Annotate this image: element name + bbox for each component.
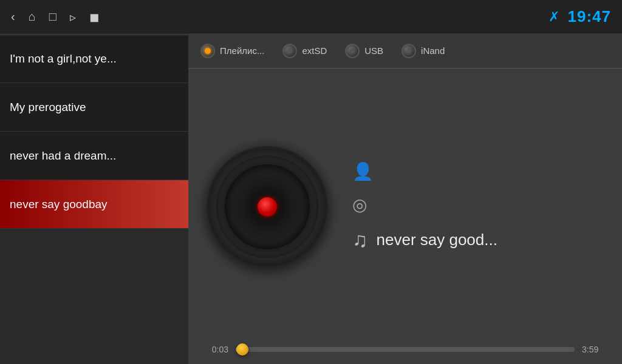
radio-btn-usb[interactable]: [345, 44, 360, 58]
album-icon: ◎: [352, 195, 367, 215]
source-tab-usb[interactable]: USB: [345, 44, 383, 58]
source-tabs: Плейлис... extSD USB iNand: [188, 33, 622, 69]
playlist-item[interactable]: My prerogative: [0, 83, 188, 132]
back-icon[interactable]: ‹: [11, 10, 15, 24]
playlist-item-active[interactable]: never say goodbay: [0, 180, 188, 229]
source-tab-playlist[interactable]: Плейлис...: [200, 44, 264, 58]
player-content: 👤 ◎ ♫ never say good...: [188, 69, 622, 345]
artist-row: 👤: [352, 161, 604, 181]
playlist-item[interactable]: I'm not a girl,not ye...: [0, 35, 188, 83]
time-current: 0:03: [207, 345, 228, 354]
source-label-playlist: Плейлис...: [220, 46, 264, 56]
playlist-panel: I'm not a girl,not ye... My prerogative …: [0, 33, 188, 364]
top-bar-left: ‹ ⌂ □ ▹ ◼: [11, 10, 100, 24]
radio-btn-playlist[interactable]: [200, 44, 215, 58]
source-label-usb: USB: [364, 46, 383, 56]
home-icon[interactable]: ⌂: [29, 10, 36, 24]
clock: 19:47: [568, 7, 612, 26]
radio-btn-extsd[interactable]: [282, 44, 297, 58]
window-icon[interactable]: □: [49, 10, 56, 24]
playlist-item[interactable]: never had a dream...: [0, 132, 188, 180]
track-title-row: ♫ never say good...: [352, 228, 604, 252]
progress-thumb[interactable]: [236, 343, 248, 356]
album-row: ◎: [352, 195, 604, 215]
image-icon[interactable]: ◼: [89, 10, 100, 24]
music-note-icon: ♫: [352, 228, 368, 252]
radio-btn-inand[interactable]: [402, 44, 416, 58]
main-layout: I'm not a girl,not ye... My prerogative …: [0, 33, 622, 364]
source-tab-extsd[interactable]: extSD: [282, 44, 327, 58]
source-label-extsd: extSD: [302, 46, 327, 56]
disc-center: [258, 197, 277, 217]
shield-icon[interactable]: ▹: [70, 10, 76, 24]
track-title: never say good...: [377, 231, 497, 249]
progress-bar[interactable]: [236, 347, 575, 352]
top-bar-right: ✗ 19:47: [549, 7, 612, 26]
player-panel: Плейлис... extSD USB iNand: [188, 33, 622, 364]
vinyl-disc: [207, 146, 328, 268]
source-tab-inand[interactable]: iNand: [402, 44, 445, 58]
disc-wrapper: [207, 146, 328, 268]
source-label-inand: iNand: [421, 46, 445, 56]
track-info: 👤 ◎ ♫ never say good...: [346, 161, 604, 252]
progress-area: 0:03 3:59: [188, 345, 622, 364]
bluetooth-icon: ✗: [549, 9, 559, 25]
top-bar: ‹ ⌂ □ ▹ ◼ ✗ 19:47: [0, 0, 622, 33]
artist-icon: 👤: [352, 161, 374, 181]
time-total: 3:59: [582, 345, 604, 354]
